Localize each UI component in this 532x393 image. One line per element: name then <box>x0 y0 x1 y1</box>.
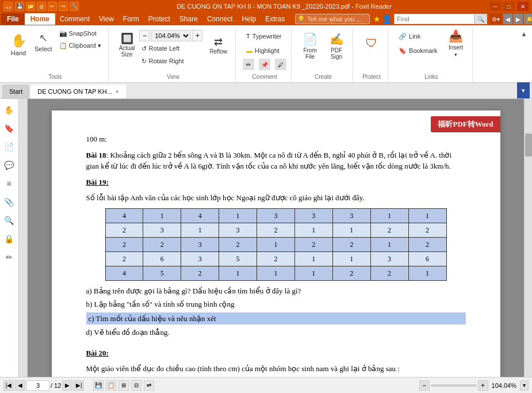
settings-button[interactable]: ⚙▾ <box>489 14 502 24</box>
hand-tool-button[interactable]: ✋ Hand <box>7 28 30 62</box>
prev-page-button[interactable]: ◀ <box>15 380 25 391</box>
snapshot-icon: 📷 <box>59 30 67 37</box>
menu-extras[interactable]: Extras <box>261 14 289 24</box>
undo-icon[interactable]: ↩ <box>48 2 57 11</box>
comment-group-content: T Typewriter ▬ Highlight ✏ 📌 🖊 <box>243 28 286 74</box>
rotate-right-button[interactable]: ↻ Rotate Right <box>139 55 202 67</box>
from-file-button[interactable]: 📄 FromFile <box>298 30 322 62</box>
comment-group-label: Comment <box>252 74 277 81</box>
menu-connect[interactable]: Connect <box>202 14 238 24</box>
save-page-icon[interactable]: 💾 <box>93 380 104 391</box>
ribbon-collapse-button[interactable]: ▲ <box>520 30 527 38</box>
find-input[interactable] <box>394 14 474 24</box>
sidebar-bookmark-icon[interactable]: 🔖 <box>2 121 17 136</box>
tab-document[interactable]: DE CUONG ON TAP KH... × <box>30 85 125 98</box>
sidebar-edit-icon[interactable]: ✏ <box>2 250 17 265</box>
table-cell: 1 <box>332 223 370 237</box>
sidebar-search-icon[interactable]: 🔍 <box>2 213 17 228</box>
table-cell: 2 <box>143 237 181 251</box>
notifications-button[interactable]: 🔔 <box>524 14 532 24</box>
rotate-left-button[interactable]: ↺ Rotate Left <box>139 43 202 54</box>
minimize-button[interactable]: ─ <box>489 2 501 11</box>
snapshot-button[interactable]: 📷 SnapShot <box>57 28 104 39</box>
menu-file[interactable]: File <box>1 13 25 25</box>
zoom-slider[interactable] <box>431 384 477 387</box>
foxit-watermark: 福昕PDF转Word <box>431 116 500 132</box>
pdf-area[interactable]: 福昕PDF转Word 100 m: Bài 18: Khoảng cách gi… <box>28 99 524 377</box>
table-cell: 5 <box>143 266 181 280</box>
table-cell: 1 <box>408 266 446 280</box>
tab-close-button[interactable]: × <box>116 89 119 95</box>
select-tool-button[interactable]: ↖ Select <box>31 28 56 56</box>
scroll-bar[interactable] <box>524 99 532 377</box>
zoom-out-bottom[interactable]: − <box>419 380 430 391</box>
copy-page-icon[interactable]: 📋 <box>106 380 116 391</box>
create-group: 📄 FromFile ✍ PDFSign Create <box>294 28 353 82</box>
table-cell: 3 <box>143 223 181 237</box>
redo-icon[interactable]: ↪ <box>59 2 68 11</box>
grid-icon[interactable]: ⊞ <box>118 380 129 391</box>
bai19-header: Bài 19: <box>86 177 466 188</box>
table-cell: 1 <box>294 251 332 266</box>
zoom-fit-button[interactable]: ▾ <box>520 380 529 391</box>
bookmark-button[interactable]: 🔖 Bookmark <box>395 44 441 57</box>
clipboard-button[interactable]: 📋 Clipboard ▾ <box>57 40 104 51</box>
menu-comment[interactable]: Comment <box>55 14 94 24</box>
sidebar-hand-icon[interactable]: ✋ <box>2 102 17 117</box>
tell-me-input[interactable] <box>295 14 370 24</box>
first-page-button[interactable]: |◀ <box>3 380 14 391</box>
reflow-button[interactable]: ⇄ Reflow <box>206 28 231 62</box>
profile-icon[interactable]: 👤 <box>382 14 392 24</box>
menu-bar: File Home Comment View Form Protect Shar… <box>0 13 532 25</box>
maximize-button[interactable]: □ <box>503 2 515 11</box>
page-input[interactable] <box>26 380 49 391</box>
menu-home[interactable]: Home <box>25 13 55 25</box>
sidebar-pages-icon[interactable]: 📄 <box>2 139 17 154</box>
last-page-button[interactable]: ▶| <box>74 380 84 391</box>
typewriter-button[interactable]: T Typewriter <box>243 30 286 43</box>
sidebar-layers-icon[interactable]: ≡ <box>2 176 17 191</box>
save-icon[interactable]: 💾 <box>15 2 24 11</box>
sidebar-comment-icon[interactable]: 💬 <box>2 158 17 173</box>
menu-form[interactable]: Form <box>118 14 144 24</box>
layout-icon[interactable]: ⊟ <box>131 380 141 391</box>
table-cell: 2 <box>408 237 446 251</box>
table-cell: 4 <box>105 266 143 280</box>
tools-icon[interactable]: 🔧 <box>70 2 79 11</box>
zoom-in-button[interactable]: + <box>192 30 202 41</box>
close-button[interactable]: ✕ <box>517 2 529 11</box>
link-button[interactable]: 🔗 Link <box>395 30 441 43</box>
comment-more-icon3: 🖊 <box>275 59 286 70</box>
table-cell: 2 <box>105 223 143 237</box>
open-icon[interactable]: 📂 <box>26 2 35 11</box>
insert-icon: 📥 <box>449 29 463 43</box>
tab-dropdown-button[interactable]: ▾ <box>517 82 530 98</box>
nav-next-button[interactable]: ▶ <box>514 14 523 24</box>
scroll-thumb[interactable] <box>525 133 532 157</box>
highlight-button[interactable]: ▬ Highlight <box>243 44 286 57</box>
menu-share[interactable]: Share <box>175 14 202 24</box>
menu-protect[interactable]: Protect <box>144 14 175 24</box>
tab-start[interactable]: Start <box>2 85 29 98</box>
next-page-button[interactable]: ▶ <box>62 380 72 391</box>
zoom-out-button[interactable]: − <box>139 30 150 41</box>
pdf-sign-button[interactable]: ✍ PDFSign <box>325 30 348 62</box>
zoom-bottom: − + 104.04% ▾ <box>419 380 529 391</box>
menu-help[interactable]: Help <box>238 14 261 24</box>
protect-button[interactable]: 🛡 <box>360 28 383 59</box>
sidebar-attachment-icon[interactable]: 📎 <box>2 194 17 209</box>
insert-button[interactable]: 📥 Insert ▾ <box>445 28 468 59</box>
nav-prev-button[interactable]: ◀ <box>503 14 512 24</box>
create-group-content: 📄 FromFile ✍ PDFSign <box>298 28 348 74</box>
flow-icon[interactable]: ⇄ <box>144 380 154 391</box>
data-table: 4141333112313211222232122122635211364521… <box>105 208 447 281</box>
table-cell: 2 <box>332 237 370 251</box>
zoom-in-bottom[interactable]: + <box>478 380 488 391</box>
menu-view[interactable]: View <box>94 14 118 24</box>
zoom-select[interactable]: 104.04% <box>151 30 191 41</box>
favorite-icon[interactable]: ★ <box>373 14 381 24</box>
print-icon[interactable]: 🖨 <box>37 2 46 11</box>
actual-size-button[interactable]: 🔲 ActualSize <box>116 28 139 62</box>
table-cell: 2 <box>105 251 143 266</box>
find-button[interactable]: 🔍 <box>474 14 487 24</box>
